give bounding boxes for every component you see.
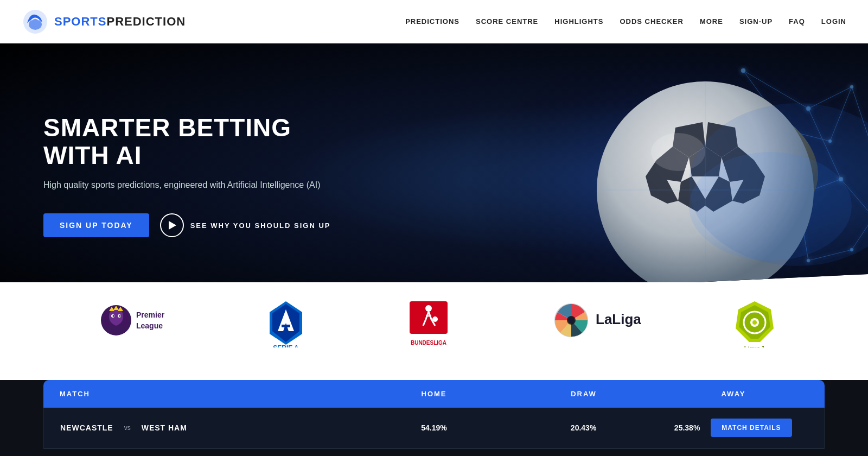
away-team: WEST HAM [142,423,187,432]
svg-point-68 [568,317,575,324]
predictions-section: MATCH HOME DRAW AWAY NEWCASTLE vs WEST H… [0,380,868,456]
nav-predictions[interactable]: PREDICTIONS [405,17,459,26]
col-match: MATCH [60,390,359,398]
site-header: SPORTSPREDICTION PREDICTIONS SCORE CENTR… [0,0,868,43]
serie-a-logo: SERIE A [259,304,313,342]
col-draw: DRAW [509,390,659,398]
svg-point-47 [689,152,852,261]
svg-point-55 [119,315,121,317]
match-details-button[interactable]: MATCH DETAILS [711,419,792,437]
nav-highlights[interactable]: HIGHLIGHTS [554,17,603,26]
svg-point-16 [741,68,745,73]
svg-rect-60 [282,325,290,327]
svg-point-18 [850,85,853,88]
col-away: AWAY [659,390,808,398]
svg-point-54 [113,315,114,317]
table-row: NEWCASTLE vs WEST HAM 54.19% 20.43% 25.3… [44,408,824,448]
league-serie-a[interactable]: SERIE A [259,304,313,342]
hero-title: SMARTER BETTING WITH AI [43,114,342,169]
svg-text:League: League [136,321,163,330]
league-bundesliga[interactable]: BUNDESLIGA [399,304,458,342]
svg-point-64 [432,316,438,322]
hero-section: SMARTER BETTING WITH AI High quality spo… [0,43,868,315]
svg-text:Ligue 1: Ligue 1 [744,345,765,347]
league-laliga[interactable]: LaLiga [544,304,642,342]
laliga-logo: LaLiga [544,304,642,342]
play-button[interactable]: SEE WHY YOU SHOULD SIGN UP [160,213,331,237]
premier-league-logo: Premier League [86,304,173,342]
svg-text:BUNDESLIGA: BUNDESLIGA [411,340,446,346]
hero-content: SMARTER BETTING WITH AI High quality spo… [43,114,342,237]
league-ligue1[interactable]: Ligue 1 [727,304,782,342]
svg-text:SERIE A: SERIE A [273,344,299,347]
nav-score-centre[interactable]: SCORE CENTRE [476,17,538,26]
leagues-section: Premier League SERIE A [0,282,868,364]
play-label: SEE WHY YOU SHOULD SIGN UP [190,221,331,230]
away-pct: 25.38% [674,423,700,432]
nav-signup[interactable]: SIGN-UP [739,17,773,26]
away-pct-and-btn: 25.38% MATCH DETAILS [658,419,808,437]
nav-faq[interactable]: FAQ [789,17,805,26]
hero-subtitle: High quality sports predictions, enginee… [43,179,342,192]
ligue1-logo: Ligue 1 [727,304,782,342]
svg-text:Premier: Premier [136,311,165,319]
draw-pct: 20.43% [509,423,659,432]
league-premier-league[interactable]: Premier League [86,304,173,342]
nav-odds-checker[interactable]: ODDS CHECKER [620,17,683,26]
svg-text:LaLiga: LaLiga [596,311,641,327]
nav-login[interactable]: LOGIN [821,17,846,26]
bundesliga-logo: BUNDESLIGA [399,304,458,342]
hero-ball-visual [418,43,868,315]
table-header: MATCH HOME DRAW AWAY [43,380,825,408]
col-home: HOME [359,390,509,398]
play-circle-icon [160,213,184,237]
nav-more[interactable]: MORE [700,17,723,26]
home-pct: 54.19% [359,423,509,432]
play-triangle-icon [169,221,176,230]
table-body: NEWCASTLE vs WEST HAM 54.19% 20.43% 25.3… [43,408,825,449]
vs-text: vs [120,424,135,432]
svg-point-74 [752,320,757,325]
main-nav: PREDICTIONS SCORE CENTRE HIGHLIGHTS ODDS… [405,17,846,26]
svg-point-1 [29,19,42,30]
match-cell: NEWCASTLE vs WEST HAM [60,423,359,432]
logo-text: SPORTSPREDICTION [54,15,186,29]
site-logo[interactable]: SPORTSPREDICTION [22,8,186,35]
home-team: NEWCASTLE [60,423,113,432]
svg-point-63 [425,305,432,312]
hero-buttons: SIGN UP TODAY SEE WHY YOU SHOULD SIGN UP [43,213,342,237]
signup-today-button[interactable]: SIGN UP TODAY [43,213,149,237]
